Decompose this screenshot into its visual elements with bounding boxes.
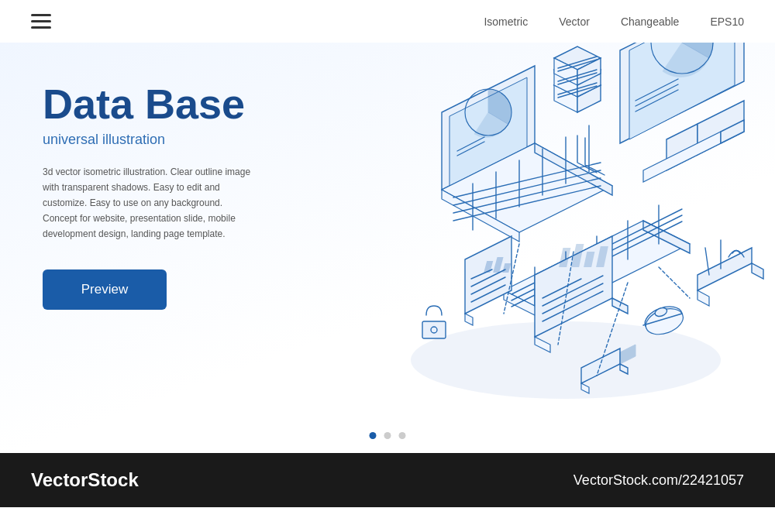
page-title: Data Base <box>43 81 264 127</box>
nav-item-changeable[interactable]: Changeable <box>621 15 680 28</box>
main-section: Data Base universal illustration 3d vect… <box>0 43 775 453</box>
isometric-illustration: .iso { fill: none; stroke: #2a6db5; stro… <box>326 43 775 453</box>
illustration-panel: .iso { fill: none; stroke: #2a6db5; stro… <box>294 43 775 453</box>
nav-links: Isometric Vector Changeable EPS10 <box>484 15 744 28</box>
svg-point-90 <box>431 327 437 333</box>
hamburger-menu[interactable] <box>31 14 51 29</box>
slide-dots <box>370 432 406 439</box>
nav-item-isometric[interactable]: Isometric <box>484 15 528 28</box>
page-description: 3d vector isometric illustration. Clear … <box>43 165 252 242</box>
nav-item-eps10[interactable]: EPS10 <box>710 15 744 28</box>
preview-button[interactable]: Preview <box>43 269 167 310</box>
nav-item-vector[interactable]: Vector <box>559 15 590 28</box>
left-panel: Data Base universal illustration 3d vect… <box>0 43 294 453</box>
page-subtitle: universal illustration <box>43 132 264 148</box>
footer-url: VectorStock.com/22421057 <box>574 472 744 489</box>
footer-logo: VectorStock <box>31 469 139 491</box>
svg-marker-82 <box>752 263 763 279</box>
footer: VectorStock VectorStock.com/22421057 <box>0 453 775 507</box>
svg-point-0 <box>411 321 721 399</box>
header: Isometric Vector Changeable EPS10 <box>0 0 775 43</box>
dot-2[interactable] <box>384 432 391 439</box>
svg-marker-61 <box>465 314 473 325</box>
svg-marker-81 <box>698 290 709 306</box>
dot-3[interactable] <box>399 432 406 439</box>
dot-1[interactable] <box>370 432 377 439</box>
